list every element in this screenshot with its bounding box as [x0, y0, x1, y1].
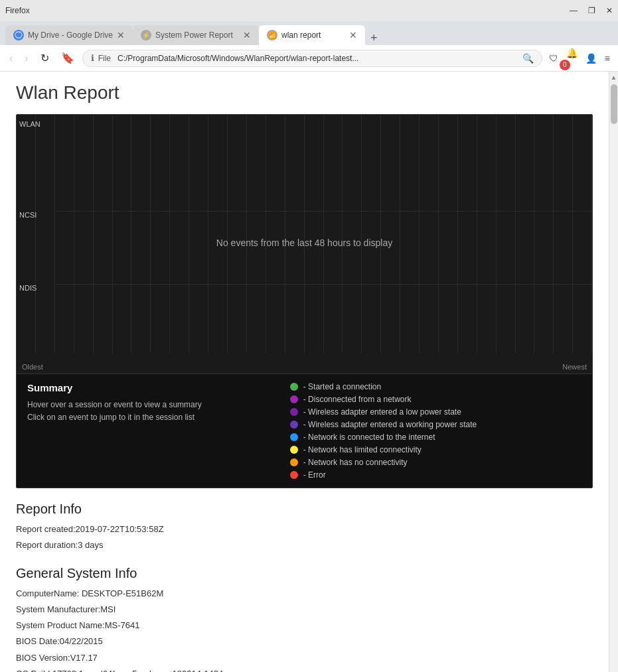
legend-text-3: - Wireless adapter entered a low power s…: [303, 407, 461, 417]
grid-line: [343, 115, 362, 354]
grid-line: [324, 115, 343, 354]
legend-item-1: - Started a connection: [290, 382, 581, 391]
window-title: Firefox: [5, 6, 30, 15]
grid-line: [305, 115, 324, 354]
power-report-icon: ⚡: [141, 30, 151, 40]
tab-power-report[interactable]: ⚡ System Power Report ✕: [133, 25, 259, 45]
bios-date: BIOS Date:04/22/2015: [16, 634, 593, 649]
legend-text-1: - Started a connection: [303, 382, 381, 391]
report-duration: Report duration:3 days: [16, 538, 593, 553]
grid-line: [189, 115, 208, 354]
new-tab-button[interactable]: +: [365, 31, 383, 45]
wlan-label: WLAN: [19, 120, 40, 128]
shield-button[interactable]: 🛡: [546, 50, 561, 66]
general-system-info-title: General System Info: [16, 566, 593, 581]
manufacturer: System Manufacturer:MSI: [16, 602, 593, 617]
title-bar: Firefox — ❐ ✕: [0, 0, 618, 21]
legend-item-6: - Network has limited connectivity: [290, 445, 581, 454]
tab-wlan-report-close[interactable]: ✕: [349, 30, 357, 40]
tab-google-drive[interactable]: My Drive - Google Drive ✕: [5, 25, 133, 45]
summary-line1: Hover over a session or event to view a …: [27, 399, 277, 411]
grid-line: [362, 115, 381, 354]
tab-google-drive-close[interactable]: ✕: [117, 30, 125, 40]
scroll-up-button[interactable]: ▲: [609, 72, 618, 83]
legend-dot-purple-dark: [290, 421, 298, 429]
legend-dot-orange: [290, 458, 298, 466]
grid-line: [420, 115, 439, 354]
tab-power-report-close[interactable]: ✕: [243, 30, 251, 40]
chart-grid-lines: [17, 115, 592, 354]
report-info-content: Report created:2019-07-22T10:53:58Z Repo…: [16, 522, 593, 553]
computer-name: ComputerName: DESKTOP-E51B62M: [16, 586, 593, 601]
minimize-button[interactable]: —: [570, 6, 578, 15]
bookmark-button[interactable]: 🔖: [57, 49, 78, 67]
grid-line: [131, 115, 151, 354]
alert-badge: 0: [560, 60, 570, 70]
chart-divider-wlan-ncsi: [56, 211, 592, 212]
legend-text-8: - Error: [303, 470, 326, 480]
grid-line: [477, 115, 497, 354]
google-drive-icon: [13, 30, 24, 40]
legend-text-7: - Network has no connectivity: [303, 458, 408, 467]
page-content: Wlan Report: [0, 72, 609, 672]
wlan-report-icon: 📶: [267, 30, 277, 40]
legend-dot-red: [290, 471, 298, 479]
tab-wlan-report[interactable]: 📶 wlan report ✕: [259, 25, 365, 45]
legend-section: - Started a connection - Disconnected fr…: [277, 382, 581, 480]
legend-dot-yellow: [290, 446, 298, 454]
legend-item-4: - Wireless adapter entered a working pow…: [290, 420, 581, 429]
report-created: Report created:2019-07-22T10:53:58Z: [16, 522, 593, 537]
legend-text-6: - Network has limited connectivity: [303, 445, 422, 454]
product-name: System Product Name:MS-7641: [16, 618, 593, 633]
close-button[interactable]: ✕: [606, 6, 613, 15]
page-title: Wlan Report: [16, 82, 593, 103]
menu-button[interactable]: ≡: [602, 50, 613, 66]
grid-line: [228, 115, 247, 354]
legend-item-5: - Network is connected to the internet: [290, 433, 581, 442]
oldest-label: Oldest: [22, 363, 43, 371]
legend-dot-purple-light: [290, 395, 298, 403]
general-system-info-content: ComputerName: DESKTOP-E51B62M System Man…: [16, 586, 593, 672]
forward-button[interactable]: ›: [21, 50, 32, 67]
file-label: File: [98, 54, 114, 63]
back-button[interactable]: ‹: [5, 50, 17, 67]
legend-item-7: - Network has no connectivity: [290, 458, 581, 467]
search-button[interactable]: 🔍: [522, 53, 534, 64]
tab-google-drive-label: My Drive - Google Drive: [28, 31, 113, 40]
grid-line: [17, 115, 36, 354]
profile-button[interactable]: 👤: [583, 50, 599, 66]
grid-line: [113, 115, 132, 354]
legend-text-2: - Disconnected from a network: [303, 395, 412, 404]
summary-title: Summary: [27, 382, 277, 393]
summary-line2: Click on an event to jump to it in the s…: [27, 411, 277, 424]
grid-line: [285, 115, 305, 354]
ncsi-label: NCSI: [19, 211, 37, 219]
chart-divider-ncsi-ndis: [56, 284, 592, 285]
scroll-thumb[interactable]: [611, 84, 617, 124]
grid-line: [266, 115, 285, 354]
window-controls[interactable]: — ❐ ✕: [570, 6, 613, 15]
chart-area: WLAN NCSI NDIS No events from the last 4…: [17, 115, 592, 373]
grid-line: [497, 115, 516, 354]
tab-bar: My Drive - Google Drive ✕ ⚡ System Power…: [0, 21, 618, 45]
os-build: OS Build:17763.1.amd64fre.rs5_release.18…: [16, 667, 593, 672]
bios-version: BIOS Version:V17.17: [16, 651, 593, 665]
info-icon: ℹ: [91, 53, 94, 63]
nav-bar: ‹ › ↻ 🔖 ℹ File C:/ProgramData/Microsoft/…: [0, 45, 618, 72]
grid-line: [516, 115, 535, 354]
alert-button[interactable]: 🔔: [564, 45, 580, 61]
report-info-title: Report Info: [16, 502, 593, 517]
browser-window: Firefox — ❐ ✕ My Drive - Google Drive ✕ …: [0, 0, 618, 672]
restore-button[interactable]: ❐: [588, 6, 595, 15]
address-bar[interactable]: ℹ File C:/ProgramData/Microsoft/Windows/…: [82, 50, 542, 67]
legend-item-3: - Wireless adapter entered a low power s…: [290, 407, 581, 417]
wlan-chart: WLAN NCSI NDIS No events from the last 4…: [16, 114, 593, 488]
scrollbar[interactable]: ▲ ▼: [609, 72, 618, 672]
tab-wlan-report-label: wlan report: [281, 31, 321, 40]
tab-power-report-label: System Power Report: [155, 31, 233, 40]
legend-item-8: - Error: [290, 470, 581, 480]
grid-line: [554, 115, 573, 354]
reload-button[interactable]: ↻: [37, 49, 53, 67]
legend-text-5: - Network is connected to the internet: [303, 433, 435, 442]
newest-label: Newest: [562, 363, 587, 371]
